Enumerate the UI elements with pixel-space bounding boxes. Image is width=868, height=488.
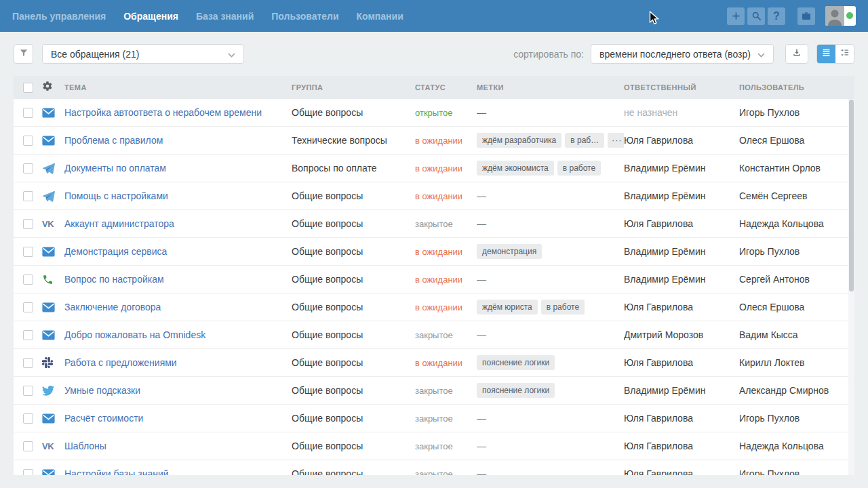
select-all-checkbox[interactable] (23, 83, 33, 93)
row-checkbox[interactable] (23, 330, 33, 340)
ticket-tags: — (477, 413, 624, 424)
row-checkbox[interactable] (23, 274, 33, 285)
table-row: Заключение договораОбщие вопросыв ожидан… (14, 293, 854, 321)
tag-pill[interactable]: в раб… (565, 133, 604, 148)
sort-dropdown[interactable]: времени последнего ответа (возр) (591, 44, 774, 64)
column-header-group[interactable]: ГРУППА (292, 83, 415, 92)
ticket-subject-link[interactable]: Настройка автоответа о нерабочем времени (64, 107, 292, 118)
nav-item[interactable]: Пользователи (271, 11, 338, 22)
row-checkbox[interactable] (23, 247, 33, 257)
add-button[interactable] (727, 7, 745, 25)
row-checkbox[interactable] (23, 413, 33, 424)
sort-by-label: сортировать по: (513, 49, 584, 60)
table-row: Расчёт стоимостиОбщие вопросызакрытое—Юл… (14, 405, 854, 432)
nav-items: Панель управленияОбращенияБаза знанийПол… (12, 11, 403, 22)
list-view-button[interactable] (817, 45, 835, 63)
export-button[interactable] (785, 44, 808, 64)
no-tags-dash: — (477, 190, 486, 201)
column-header-labels[interactable]: МЕТКИ (477, 83, 624, 92)
ticket-subject-link[interactable]: Помощь с настройками (64, 190, 292, 201)
ticket-tags: демонстрация (477, 244, 624, 259)
ticket-subject-link[interactable]: Шаблоны (64, 441, 292, 451)
ticket-user: Олеся Ершова (739, 302, 845, 312)
ticket-group: Общие вопросы (292, 302, 415, 312)
ticket-subject-link[interactable]: Работа с предложениями (64, 357, 292, 368)
no-tags-dash: — (477, 218, 486, 229)
row-checkbox[interactable] (23, 163, 33, 174)
ticket-subject-link[interactable]: Аккаунт администратора (64, 218, 292, 229)
search-button[interactable] (747, 7, 765, 25)
row-checkbox[interactable] (23, 219, 33, 229)
help-button[interactable]: ? (768, 7, 785, 25)
ticket-status: в ожидании (415, 302, 477, 312)
tag-pill[interactable]: ждём разработчика (477, 133, 561, 148)
phone-channel-icon (42, 274, 64, 285)
ticket-subject-link[interactable]: Заключение договора (64, 302, 292, 312)
ticket-subject-link[interactable]: Документы по оплатам (64, 163, 292, 174)
user-avatar[interactable] (825, 6, 856, 26)
ticket-tags: ждём юристав работе (477, 300, 624, 314)
ticket-subject-link[interactable]: Добро пожаловать на Omnidesk (64, 329, 292, 340)
ticket-subject-link[interactable]: Расчёт стоимости (64, 413, 292, 424)
ticket-assignee: Юля Гаврилова (624, 413, 739, 424)
table-header: ТЕМА ГРУППА СТАТУС МЕТКИ ОТВЕТСТВЕННЫЙ П… (14, 76, 854, 99)
ticket-status: в ожидании (415, 247, 477, 257)
no-tags-dash: — (477, 468, 486, 475)
tag-pill[interactable]: ждём экономиста (477, 161, 554, 176)
tag-pill[interactable]: пояснение логики (477, 383, 555, 398)
no-tags-dash: — (477, 274, 486, 285)
nav-item[interactable]: Компании (357, 11, 403, 22)
columns-settings-button[interactable] (42, 81, 64, 94)
twitter-channel-icon (42, 386, 64, 396)
row-checkbox[interactable] (23, 136, 33, 146)
ticket-user: Олеся Ершова (739, 135, 845, 146)
vk-channel-icon: VK (42, 441, 64, 451)
filter-button[interactable] (14, 44, 33, 64)
nav-item[interactable]: Обращения (123, 11, 178, 22)
nav-item[interactable]: База знаний (196, 11, 254, 22)
ticket-subject-link[interactable]: Настройки базы знаний (64, 468, 292, 475)
ticket-subject-link[interactable]: Вопрос по настройкам (64, 274, 292, 285)
tag-pill[interactable]: пояснение логики (477, 355, 555, 370)
row-checkbox[interactable] (23, 108, 33, 118)
column-header-user[interactable]: ПОЛЬЗОВАТЕЛЬ (739, 83, 845, 92)
email-channel-icon (42, 136, 64, 146)
email-channel-icon (42, 330, 64, 340)
compact-view-icon (840, 47, 850, 60)
ticket-user: Игорь Пухлов (739, 468, 845, 475)
ticket-status: закрытое (415, 469, 477, 476)
nav-item[interactable]: Панель управления (12, 11, 106, 22)
download-icon (791, 47, 802, 61)
tag-pill[interactable]: в работе (541, 300, 585, 314)
row-checkbox[interactable] (23, 302, 33, 312)
ticket-subject-link[interactable]: Проблема с правилом (64, 135, 292, 146)
ticket-subject-link[interactable]: Демонстрация сервиса (64, 246, 292, 257)
column-header-subject[interactable]: ТЕМА (64, 83, 292, 92)
compact-view-button[interactable] (835, 45, 854, 63)
row-checkbox[interactable] (23, 358, 33, 368)
ticket-tags: — (477, 274, 624, 285)
search-icon (751, 11, 762, 21)
chevron-down-icon (228, 49, 235, 60)
ticket-group: Общие вопросы (292, 413, 415, 424)
scrollbar-thumb[interactable] (849, 100, 854, 291)
top-navbar: Панель управленияОбращенияБаза знанийПол… (0, 0, 868, 32)
column-header-status[interactable]: СТАТУС (415, 83, 477, 92)
tag-pill[interactable]: демонстрация (477, 244, 542, 259)
cases-button[interactable] (797, 7, 815, 25)
tag-pill[interactable]: в работе (557, 161, 601, 176)
ticket-filter-dropdown[interactable]: Все обращения (21) (42, 44, 244, 64)
row-checkbox[interactable] (23, 469, 33, 476)
ticket-user: Надежда Кольцова (739, 218, 845, 229)
tag-pill[interactable]: ждём юриста (477, 300, 538, 314)
tags-more-button[interactable]: ··· (608, 133, 624, 148)
table-scrollbar[interactable] (848, 99, 854, 475)
row-checkbox[interactable] (23, 441, 33, 451)
column-header-assignee[interactable]: ОТВЕТСТВЕННЫЙ (624, 83, 739, 92)
row-checkbox[interactable] (23, 386, 33, 396)
slack-channel-icon (42, 357, 64, 368)
ticket-subject-link[interactable]: Умные подсказки (64, 385, 292, 396)
row-checkbox[interactable] (23, 191, 33, 201)
ticket-group: Общие вопросы (292, 107, 415, 118)
ticket-group: Технические вопросы (292, 135, 415, 146)
